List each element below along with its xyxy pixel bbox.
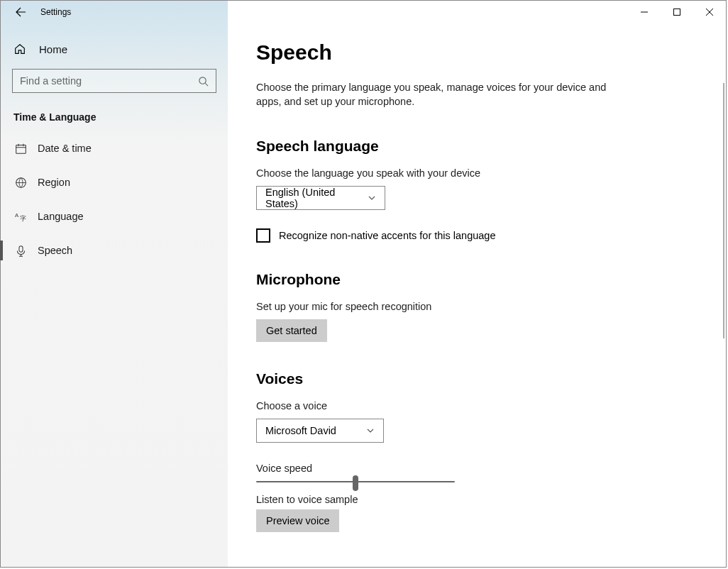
chevron-down-icon	[368, 194, 376, 202]
voice-speed-slider[interactable]	[256, 481, 455, 482]
sidebar-item-label: Speech	[38, 245, 72, 256]
settings-window: Settings	[0, 0, 727, 568]
sidebar-item-date-time[interactable]: Date & time	[1, 133, 228, 164]
body: Home Time & Language Date & time	[1, 1, 726, 567]
chevron-down-icon	[366, 426, 375, 435]
sidebar-item-label: Language	[38, 211, 84, 222]
titlebar-left: Settings	[1, 1, 71, 23]
preview-voice-button[interactable]: Preview voice	[256, 509, 339, 532]
sidebar-home-label: Home	[39, 43, 67, 55]
titlebar: Settings	[1, 1, 726, 23]
back-button[interactable]	[6, 1, 35, 23]
voice-dropdown[interactable]: Microsoft David	[256, 419, 384, 443]
section-heading: Voices	[256, 370, 697, 387]
speech-language-dropdown[interactable]: English (United States)	[256, 186, 385, 210]
svg-text:字: 字	[19, 215, 26, 222]
minimize-button[interactable]	[628, 1, 661, 23]
scrollbar[interactable]	[723, 83, 724, 338]
sidebar-category-heading: Time & Language	[1, 106, 228, 133]
search-input[interactable]	[20, 75, 198, 87]
sidebar: Home Time & Language Date & time	[1, 1, 228, 567]
accents-checkbox-row[interactable]: Recognize non-native accents for this la…	[256, 228, 697, 243]
svg-point-1	[199, 77, 206, 83]
speech-language-description: Choose the language you speak with your …	[256, 167, 697, 179]
slider-thumb[interactable]	[353, 475, 358, 491]
svg-rect-2	[16, 145, 26, 153]
search-wrap	[1, 69, 228, 93]
search-icon	[198, 76, 209, 87]
search-box[interactable]	[12, 69, 216, 93]
main-content: Speech Choose the primary language you s…	[228, 1, 726, 567]
section-heading: Speech language	[256, 138, 697, 155]
accents-checkbox[interactable]	[256, 228, 270, 243]
home-icon	[13, 43, 26, 55]
close-icon	[706, 9, 713, 16]
sidebar-item-label: Region	[38, 177, 70, 188]
svg-text:A: A	[15, 212, 19, 219]
window-controls	[628, 1, 726, 23]
section-speech-language: Speech language Choose the language you …	[256, 138, 697, 243]
sidebar-item-region[interactable]: Region	[1, 167, 228, 198]
voice-selected: Microsoft David	[265, 425, 336, 436]
sidebar-home[interactable]: Home	[1, 35, 228, 63]
accents-checkbox-label: Recognize non-native accents for this la…	[279, 230, 496, 241]
date-time-icon	[13, 143, 28, 155]
sidebar-item-label: Date & time	[38, 143, 92, 154]
get-started-button[interactable]: Get started	[256, 319, 327, 342]
language-icon: A字	[13, 211, 28, 223]
voice-speed-label: Voice speed	[256, 463, 697, 474]
svg-rect-6	[18, 245, 22, 252]
page-intro: Choose the primary language you speak, m…	[256, 80, 625, 109]
microphone-description: Set up your mic for speech recognition	[256, 301, 697, 312]
page-title: Speech	[256, 40, 697, 65]
close-button[interactable]	[693, 1, 726, 23]
section-voices: Voices Choose a voice Microsoft David Vo…	[256, 370, 697, 532]
section-microphone: Microphone Set up your mic for speech re…	[256, 271, 697, 342]
maximize-icon	[673, 9, 680, 16]
maximize-button[interactable]	[661, 1, 693, 23]
sidebar-item-language[interactable]: A字 Language	[1, 201, 228, 232]
speech-language-selected: English (United States)	[265, 187, 368, 209]
svg-rect-0	[674, 9, 680, 16]
section-heading: Microphone	[256, 271, 697, 288]
sidebar-item-speech[interactable]: Speech	[1, 235, 228, 266]
choose-voice-label: Choose a voice	[256, 400, 697, 411]
voice-sample-label: Listen to voice sample	[256, 494, 697, 505]
minimize-icon	[641, 9, 648, 16]
arrow-left-icon	[15, 6, 26, 18]
globe-icon	[13, 177, 28, 189]
app-title: Settings	[40, 7, 71, 17]
microphone-icon	[13, 245, 28, 257]
